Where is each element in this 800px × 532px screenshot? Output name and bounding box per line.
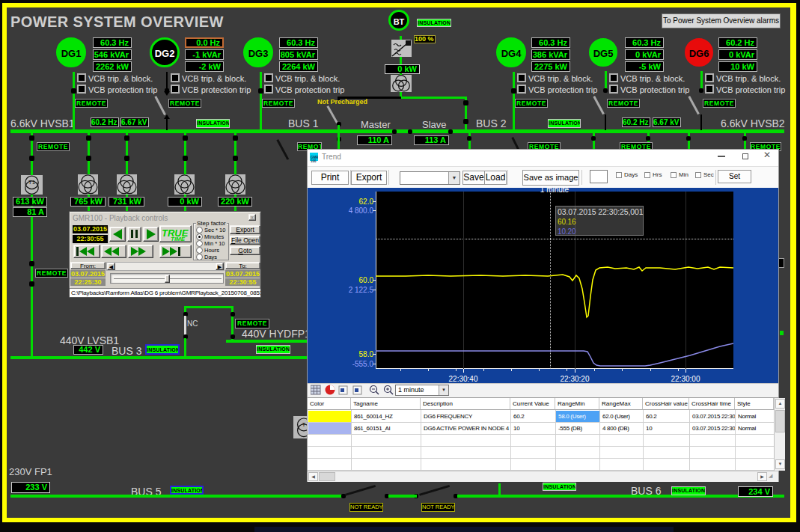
svg-text:T1: T1 [28, 179, 36, 186]
svg-text:100: 100 [311, 159, 317, 163]
svg-text:T: T [302, 421, 306, 428]
